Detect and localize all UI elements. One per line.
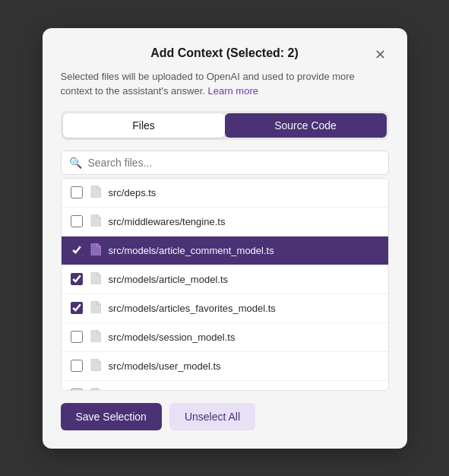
file-name: src/models/user_model.ts: [109, 360, 221, 372]
modal-dialog: Add Context (Selected: 2) ✕ Selected fil…: [43, 28, 407, 449]
file-checkbox[interactable]: [71, 331, 83, 343]
file-icon: [90, 301, 101, 316]
search-input[interactable]: [88, 157, 381, 169]
file-checkbox[interactable]: [71, 186, 83, 198]
list-item[interactable]: src/nessie.config.ts: [62, 381, 388, 391]
file-checkbox[interactable]: [71, 302, 83, 314]
search-icon: 🔍: [69, 157, 82, 169]
file-icon: [90, 330, 101, 344]
file-checkbox[interactable]: [71, 215, 83, 227]
learn-more-link[interactable]: Learn more: [208, 85, 258, 97]
file-checkbox[interactable]: [71, 360, 83, 372]
close-button[interactable]: ✕: [372, 46, 389, 63]
modal-header: Add Context (Selected: 2) ✕: [61, 46, 389, 60]
search-container: 🔍: [61, 151, 389, 175]
file-icon: [90, 359, 101, 373]
file-icon: [90, 243, 101, 258]
file-icon: [90, 186, 101, 200]
file-name: src/models/article_comment_model.ts: [109, 245, 274, 256]
file-name: src/middlewares/tengine.ts: [109, 216, 226, 227]
tab-bar: Files Source Code: [61, 111, 389, 140]
modal-title: Add Context (Selected: 2): [150, 46, 299, 60]
save-selection-button[interactable]: Save Selection: [61, 403, 162, 430]
tab-source-code[interactable]: Source Code: [225, 113, 387, 138]
file-checkbox[interactable]: [71, 273, 83, 285]
file-icon: [90, 388, 101, 391]
file-checkbox[interactable]: [71, 244, 83, 256]
list-item[interactable]: src/models/article_model.ts: [62, 265, 388, 294]
modal-description: Selected files will be uploaded to OpenA…: [61, 69, 389, 99]
file-name: src/models/article_model.ts: [109, 274, 229, 285]
file-checkbox[interactable]: [71, 389, 83, 391]
file-icon: [90, 214, 101, 229]
file-icon: [90, 272, 101, 287]
list-item[interactable]: src/models/article_comment_model.ts: [62, 236, 388, 265]
footer-buttons: Save Selection Unselect All: [61, 403, 389, 430]
tab-files[interactable]: Files: [63, 113, 225, 138]
list-item[interactable]: src/middlewares/tengine.ts: [62, 208, 388, 236]
list-item[interactable]: src/models/articles_favorites_model.ts: [62, 294, 388, 323]
list-item[interactable]: src/models/session_model.ts: [62, 323, 388, 352]
list-item[interactable]: src/models/user_model.ts: [62, 352, 388, 381]
file-name: src/models/session_model.ts: [109, 332, 236, 343]
unselect-all-button[interactable]: Unselect All: [169, 403, 255, 430]
list-item[interactable]: src/deps.ts: [62, 179, 388, 208]
file-list: src/deps.ts src/middlewares/tengine.ts s…: [61, 178, 389, 391]
file-name: src/nessie.config.ts: [109, 389, 193, 391]
file-name: src/models/articles_favorites_model.ts: [109, 303, 276, 314]
file-name: src/deps.ts: [109, 187, 157, 198]
